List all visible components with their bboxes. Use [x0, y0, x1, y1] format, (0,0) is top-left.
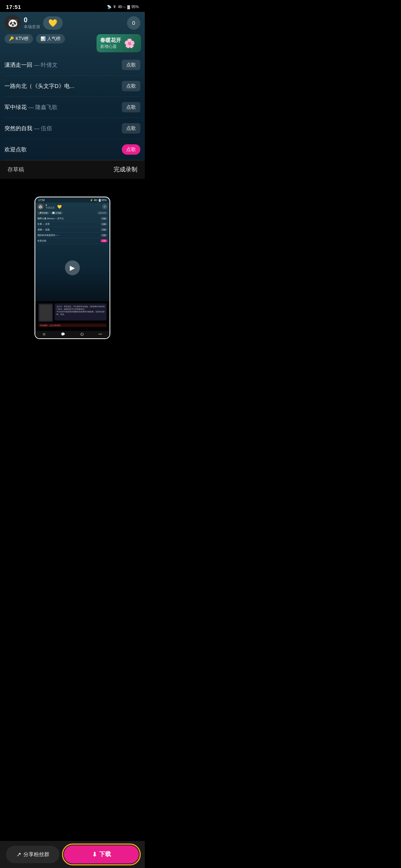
preview-img-placeholder	[39, 305, 52, 321]
song-item: 潇洒走一回 — 叶倩文 点歌	[4, 55, 140, 76]
preview-popularity-tag: 📊 人气榜	[50, 211, 62, 214]
room-count-button[interactable]: 0	[127, 16, 140, 30]
popularity-rank-icon: 📊	[40, 36, 46, 41]
play-button-overlay[interactable]: ▶	[65, 260, 80, 275]
ktv-section: 🐼 0 本场音浪 💛 0 🔑 KTV榜 📊 人气榜 春暖花开 新增心愿	[0, 12, 145, 160]
request-song-button[interactable]: 点歌	[122, 123, 140, 134]
preview-song-item: 我的快乐就是惹你 — ··· 点歌	[38, 233, 107, 238]
popularity-rank-tag[interactable]: 📊 人气榜	[36, 34, 65, 43]
signal-4g-icon: 46↑↓	[118, 5, 126, 9]
request-song-button[interactable]: 点歌	[122, 81, 140, 91]
spring-title: 春暖花开	[100, 37, 121, 44]
preview-heart-icon: 💛	[57, 205, 62, 209]
preview-inner: 17:50 ⚡ 46↑ ▓ 95% 🐼 0 本场音浪 💛 0 🔑 KTV榜	[35, 197, 110, 338]
battery-percent: 95%	[131, 5, 139, 9]
preview-request-btn: 点歌	[101, 217, 107, 220]
user-row: 🐼 0 本场音浪 💛 0	[4, 15, 140, 31]
preview-nav-more: •••	[98, 332, 102, 336]
phone-preview: 17:50 ⚡ 46↑ ▓ 95% 🐼 0 本场音浪 💛 0 🔑 KTV榜	[35, 197, 110, 338]
song-title: 突然的自我 — 伍佰	[4, 125, 52, 131]
song-info: 欢迎点歌	[4, 146, 122, 153]
preview-avatar: 🐼	[38, 204, 43, 210]
ktv-rank-label: KTV榜	[16, 36, 29, 42]
ktv-rank-tag[interactable]: 🔑 KTV榜	[4, 34, 33, 43]
preview-song-item: 成都 — 赵磊 点歌	[38, 227, 107, 233]
song-artist: — 隆鑫飞歌	[27, 104, 58, 110]
preview-section: 17:50 ⚡ 46↑ ▓ 95% 🐼 0 本场音浪 💛 0 🔑 KTV榜	[0, 179, 145, 357]
song-info: 一路向北（《头文字D》电...	[4, 83, 122, 90]
preview-song-title: 成都 — 赵磊	[38, 228, 50, 231]
preview-wave-info: 🐼 0 本场音浪 💛	[38, 204, 62, 210]
preview-time: 17:50	[38, 199, 45, 202]
spring-banner[interactable]: 春暖花开 新增心愿 🌸	[97, 34, 141, 52]
preview-request-btn: 点歌	[101, 234, 107, 237]
control-bar: 存草稿 完成录制	[0, 160, 145, 179]
wave-label: 本场音浪	[24, 24, 40, 30]
user-left: 🐼 0 本场音浪 💛	[4, 15, 63, 31]
preview-song-list: 嗨野心魔 (Remix) — 豆可儿 点歌 红蔷 — 灵草 点歌 成都 — 赵磊…	[35, 215, 110, 244]
song-title: 潇洒走一回 — 叶倩文	[4, 62, 58, 68]
complete-recording-button[interactable]: 完成录制	[114, 166, 137, 174]
wave-count: 0	[24, 16, 40, 24]
preview-notice-inner: 当行为，若有违反，平台暂停支付收益，冻结同时向相关部门依法。如因此给平台造成损迫…	[38, 303, 107, 322]
preview-song-title: 嗨野心魔 (Remix) — 豆可儿	[38, 217, 64, 220]
preview-notice-image	[38, 303, 53, 322]
status-time: 17:51	[6, 4, 21, 10]
song-artist: — 伍佰	[32, 125, 52, 131]
song-title: 军中绿花 — 隆鑫飞歌	[4, 104, 58, 110]
user-info: 0 本场音浪	[24, 16, 40, 30]
preview-status-icons: ⚡ 46↑ ▓ 95%	[90, 199, 107, 202]
preview-nav-chat: 💬	[61, 332, 65, 336]
battery-icon: ▓	[127, 5, 130, 9]
preview-welcome-btn: 点歌	[101, 239, 107, 242]
cast-icon: 📡	[107, 5, 111, 9]
preview-notice-text: 当行为，若有违反，平台暂停支付收益，冻结同时向相关部门依法。如因此给平台造成损迫…	[55, 303, 107, 320]
preview-user-row: 🐼 0 本场音浪 💛 0	[35, 203, 110, 211]
preview-notice-cta[interactable]: 的你确签，点击立即使用	[38, 323, 107, 327]
preview-song-item: 红蔷 — 灵草 点歌	[38, 221, 107, 227]
status-icons: 📡 🎙 46↑↓ ▓ 95%	[107, 5, 139, 9]
heart-button[interactable]: 💛	[43, 16, 63, 30]
spring-subtitle: 新增心愿	[100, 44, 121, 49]
preview-song-title: 欢迎点歌	[38, 240, 46, 242]
preview-nav-power: ⏻	[80, 332, 84, 336]
request-song-button[interactable]: 点歌	[122, 102, 140, 112]
ktv-rank-icon: 🔑	[9, 36, 14, 41]
preview-song-title: 红蔷 — 灵草	[38, 223, 50, 226]
song-item: 欢迎点歌 点歌	[4, 139, 140, 160]
preview-song-item: 嗨野心魔 (Remix) — 豆可儿 点歌	[38, 216, 107, 221]
room-count: 0	[132, 20, 135, 26]
save-draft-button[interactable]: 存草稿	[7, 166, 24, 173]
preview-room-count: 0	[102, 204, 107, 209]
heart-icon: 💛	[48, 19, 58, 27]
spring-emoji: 🌸	[124, 38, 135, 49]
preview-song-title: 我的快乐就是惹你 — ···	[38, 234, 60, 237]
song-info: 突然的自我 — 伍佰	[4, 125, 122, 132]
mic-icon: 🎙	[113, 5, 117, 9]
song-title: 欢迎点歌	[4, 146, 27, 152]
song-info: 潇洒走一回 — 叶倩文	[4, 62, 122, 69]
request-song-welcome-button[interactable]: 点歌	[122, 144, 140, 155]
song-item: 军中绿花 — 隆鑫飞歌 点歌	[4, 97, 140, 118]
preview-song-item: 欢迎点歌 点歌	[38, 238, 107, 244]
spring-text: 春暖花开 新增心愿	[100, 37, 121, 49]
preview-nav-home: ⊞	[43, 332, 46, 336]
avatar: 🐼	[4, 15, 21, 31]
preview-status-bar: 17:50 ⚡ 46↑ ▓ 95%	[35, 197, 110, 203]
song-title: 一路向北（《头文字D》电...	[4, 83, 74, 89]
popularity-rank-label: 人气榜	[47, 36, 61, 42]
preview-score-tag: 开分中/5	[97, 211, 107, 214]
preview-wave-label: 本场音浪	[46, 206, 55, 210]
preview-bottom-nav: ⊞ 💬 ⏻ •••	[35, 331, 110, 338]
song-list: 潇洒走一回 — 叶倩文 点歌 一路向北（《头文字D》电... 点歌 军中绿花 —…	[4, 55, 140, 160]
song-item: 突然的自我 — 伍佰 点歌	[4, 118, 140, 139]
preview-ktv-tag: 🔑 KTV榜	[38, 211, 49, 214]
preview-tags: 🔑 KTV榜 📊 人气榜 开分中/5	[35, 211, 110, 215]
song-item: 一路向北（《头文字D》电... 点歌	[4, 76, 140, 97]
request-song-button[interactable]: 点歌	[122, 60, 140, 70]
preview-request-btn: 点歌	[101, 228, 107, 231]
song-artist: — 叶倩文	[32, 62, 58, 68]
song-info: 军中绿花 — 隆鑫飞歌	[4, 104, 122, 111]
status-bar: 17:51 📡 🎙 46↑↓ ▓ 95%	[0, 0, 145, 12]
preview-request-btn: 点歌	[101, 223, 107, 226]
